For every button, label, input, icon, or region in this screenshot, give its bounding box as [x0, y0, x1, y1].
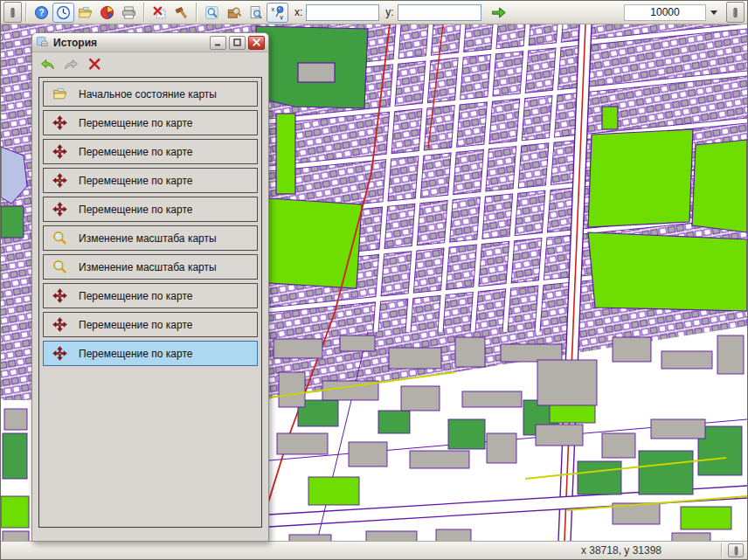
delete-history-button[interactable]	[86, 56, 103, 73]
toolbar-separator	[196, 3, 197, 22]
y-label: y:	[385, 6, 393, 18]
history-window-icon	[36, 36, 49, 49]
redo-arrow-icon	[64, 57, 79, 72]
history-item[interactable]: Изменение масштаба карты	[43, 254, 258, 280]
toolbar-separator	[143, 3, 145, 22]
cursor-coordinates: x 38718, y 31398	[581, 544, 661, 557]
find-object-icon	[226, 5, 241, 20]
clock-icon	[56, 5, 71, 20]
printer-icon	[121, 5, 136, 20]
open-folder-icon	[78, 5, 93, 20]
move-icon	[52, 288, 67, 303]
history-item[interactable]: Начальное состояние карты	[43, 81, 258, 107]
toolbar-separator	[25, 3, 27, 22]
goto-xy-button[interactable]	[267, 3, 288, 23]
history-item[interactable]: Перемещение по карте	[43, 168, 258, 193]
history-window: История Начальное состояние карты Переме…	[31, 32, 269, 542]
history-button[interactable]	[52, 3, 74, 23]
minimize-icon	[214, 38, 222, 46]
undo-arrow-icon	[40, 57, 55, 72]
history-item[interactable]: Перемещение по карте	[43, 283, 258, 308]
help-icon	[34, 5, 49, 20]
pie-chart-icon	[100, 5, 114, 20]
move-icon	[52, 115, 67, 130]
minimize-button[interactable]	[210, 36, 226, 50]
x-coordinate-input[interactable]	[306, 4, 379, 21]
tools-button[interactable]	[170, 3, 192, 23]
redo-button[interactable]	[62, 56, 80, 73]
preview-button[interactable]	[245, 3, 267, 23]
magnifier-icon	[52, 259, 67, 274]
statusbar-separator	[721, 543, 723, 557]
maximize-icon	[233, 38, 241, 46]
move-icon	[52, 346, 67, 361]
history-item-label: Перемещение по карте	[79, 175, 192, 187]
close-icon	[253, 38, 260, 46]
go-to-coordinates-button[interactable]	[488, 3, 509, 23]
history-item-label: Перемещение по карте	[79, 146, 192, 158]
history-item[interactable]: Перемещение по карте	[43, 312, 258, 337]
print-button[interactable]	[118, 3, 140, 23]
main-toolbar: x: y: 10000	[1, 1, 747, 24]
y-coordinate-input[interactable]	[398, 4, 481, 21]
history-item-label: Перемещение по карте	[79, 204, 192, 216]
history-item[interactable]: Перемещение по карте	[43, 197, 258, 222]
status-bar: x 38718, y 31398	[1, 541, 747, 559]
gis-application: { "toolbar": { "x_label": "x:", "y_label…	[0, 0, 748, 560]
delete-selection-button[interactable]	[149, 3, 170, 23]
maximize-button[interactable]	[229, 36, 246, 50]
preview-icon	[248, 5, 263, 20]
statusbar-grip-button[interactable]	[728, 543, 744, 557]
move-icon	[52, 202, 67, 217]
window-title: История	[53, 37, 207, 49]
toolbar-grip-button[interactable]	[3, 2, 22, 23]
delete-selection-icon	[152, 5, 167, 20]
history-item-label: Изменение масштаба карты	[79, 261, 217, 273]
history-item-selected[interactable]: Перемещение по карте	[43, 341, 258, 366]
history-window-titlebar[interactable]: История	[32, 33, 268, 52]
toolbar-grip-button-right[interactable]	[726, 2, 745, 23]
history-item-label: Перемещение по карте	[79, 290, 192, 302]
legend-button[interactable]	[96, 3, 118, 23]
goto-xy-icon	[270, 5, 285, 20]
help-button[interactable]	[31, 3, 52, 23]
red-x-icon	[87, 57, 102, 72]
history-list: Начальное состояние карты Перемещение по…	[38, 77, 262, 528]
move-icon	[52, 317, 67, 332]
close-button[interactable]	[248, 36, 265, 50]
open-map-button[interactable]	[74, 3, 96, 23]
scale-dropdown-button[interactable]	[706, 4, 722, 21]
history-toolbar	[32, 52, 268, 76]
move-icon	[52, 144, 67, 159]
scale-combobox[interactable]: 10000	[624, 4, 722, 21]
history-item-label: Перемещение по карте	[79, 117, 192, 129]
history-item-label: Перемещение по карте	[79, 348, 192, 360]
green-arrow-icon	[491, 5, 506, 20]
pushpin-icon	[728, 5, 743, 20]
zoom-region-icon	[204, 5, 219, 20]
hammer-icon	[174, 5, 189, 20]
move-icon	[52, 173, 67, 188]
scale-value[interactable]: 10000	[624, 4, 706, 21]
history-item-label: Перемещение по карте	[79, 319, 192, 331]
x-label: x:	[294, 6, 302, 18]
magnifier-icon	[52, 231, 67, 245]
history-item[interactable]: Изменение масштаба карты	[43, 225, 258, 251]
pushpin-icon	[10, 7, 14, 17]
history-item[interactable]: Перемещение по карте	[43, 139, 258, 164]
chevron-down-icon	[710, 10, 717, 15]
history-item-label: Начальное состояние карты	[79, 88, 217, 100]
history-item-label: Изменение масштаба карты	[79, 232, 217, 245]
pushpin-icon	[730, 544, 743, 557]
open-folder-icon	[52, 86, 67, 101]
find-object-button[interactable]	[223, 3, 245, 23]
zoom-region-button[interactable]	[201, 3, 223, 23]
history-item[interactable]: Перемещение по карте	[43, 110, 258, 135]
undo-button[interactable]	[38, 56, 56, 73]
